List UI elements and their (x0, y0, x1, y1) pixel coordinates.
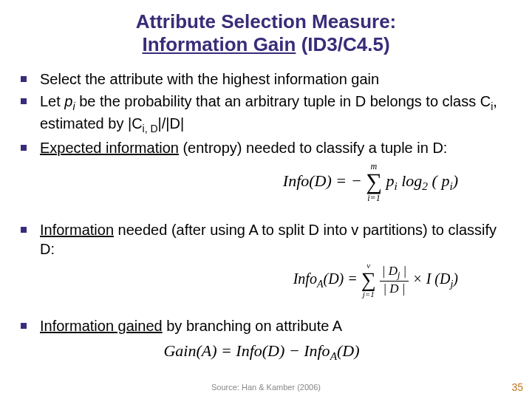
title-line1: Attribute Selection Measure: (0, 10, 532, 33)
bullet-icon (21, 227, 27, 233)
formula-info-a-d: InfoA(D) = v ∑ j=1 | Dj | | D | × I (Dj) (21, 262, 502, 299)
bullet-icon (21, 145, 27, 151)
bullet-3: Expected information (entropy) needed to… (21, 138, 502, 157)
bullet-icon (21, 76, 27, 82)
formula-gain-a: Gain(A) = Info(D) − InfoA(D) (21, 341, 502, 363)
slide-title: Attribute Selection Measure: Information… (0, 0, 532, 56)
source-citation: Source: Han & Kamber (2006) (0, 383, 532, 392)
bullet-icon (21, 323, 27, 329)
bullet-5-text: Information gained by branching on attri… (40, 316, 502, 335)
bullet-2-text: Let pi be the probability that an arbitr… (40, 92, 502, 134)
page-number: 35 (511, 381, 523, 393)
bullet-4-text: Information needed (after using A to spl… (40, 220, 502, 259)
bullet-1: Select the attribute with the highest in… (21, 69, 502, 89)
bullet-5: Information gained by branching on attri… (21, 316, 502, 335)
title-line2: Information Gain (ID3/C4.5) (0, 33, 532, 56)
bullet-1-text: Select the attribute with the highest in… (40, 69, 502, 89)
bullet-3-text: Expected information (entropy) needed to… (40, 138, 502, 157)
bullet-icon (21, 98, 27, 104)
formula-info-d: Info(D) = − m ∑ i=1 pi log2 ( pi) (21, 162, 502, 202)
bullet-2: Let pi be the probability that an arbitr… (21, 92, 502, 134)
content-area: Select the attribute with the highest in… (0, 56, 532, 363)
bullet-4: Information needed (after using A to spl… (21, 220, 502, 259)
